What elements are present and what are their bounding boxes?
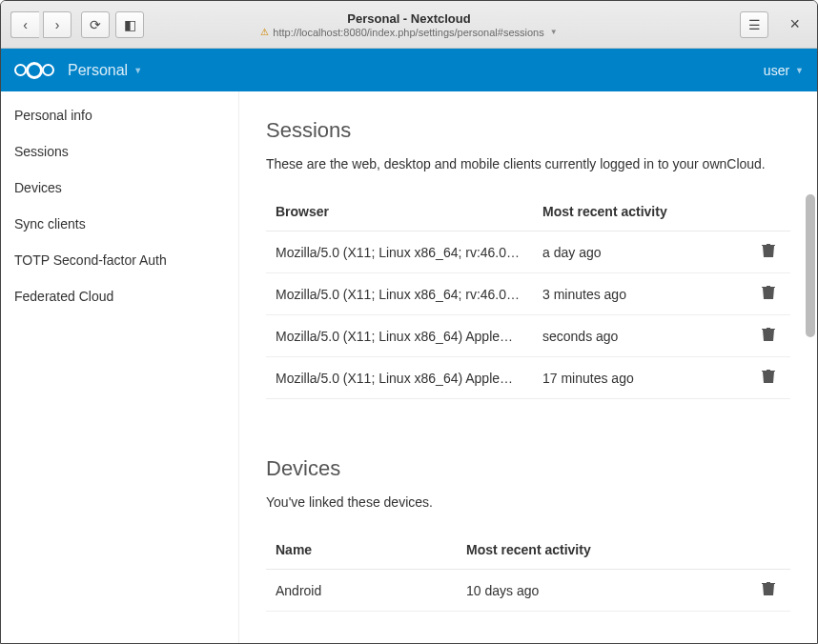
trash-icon (762, 329, 775, 345)
logo-circle-icon (42, 64, 54, 76)
trash-icon (762, 245, 775, 261)
column-header-activity: Most recent activity (533, 192, 746, 231)
reload-icon: ⟳ (90, 17, 101, 32)
cell-activity: 10 days ago (457, 570, 746, 612)
home-button[interactable]: ◧ (115, 11, 144, 38)
table-row: Mozilla/5.0 (X11; Linux x86_64; rv:46.0)… (266, 273, 790, 315)
cell-activity: seconds ago (533, 315, 746, 357)
devices-table: Name Most recent activity Android10 days… (266, 531, 790, 612)
url-bar[interactable]: ⚠ http://localhost:8080/index.php/settin… (260, 27, 557, 38)
table-row: Mozilla/5.0 (X11; Linux x86_64) AppleWeb… (266, 315, 790, 357)
table-row: Android10 days ago (266, 570, 790, 612)
delete-session-button[interactable] (762, 287, 775, 303)
app-selector[interactable]: Personal ▼ (68, 62, 142, 79)
table-row: Mozilla/5.0 (X11; Linux x86_64; rv:46.0)… (266, 231, 790, 273)
right-controls: ☰ × (740, 11, 808, 38)
cell-activity: a day ago (533, 231, 746, 273)
chevron-down-icon: ▼ (550, 28, 558, 36)
home-icon: ◧ (124, 17, 136, 32)
sidebar-item-personal-info[interactable]: Personal info (1, 97, 238, 133)
reload-button[interactable]: ⟳ (81, 11, 110, 38)
user-label: user (764, 63, 789, 78)
nextcloud-logo[interactable] (14, 62, 54, 79)
app-body: Personal info Sessions Devices Sync clie… (1, 91, 817, 643)
browser-toolbar: ‹ › ⟳ ◧ Personal - Nextcloud ⚠ http://lo… (1, 1, 817, 49)
insecure-icon: ⚠ (260, 27, 269, 37)
sidebar-item-label: Devices (14, 180, 62, 195)
scrollbar[interactable] (804, 194, 817, 366)
logo-circle-icon (26, 62, 43, 79)
back-button[interactable]: ‹ (10, 11, 39, 38)
column-header-activity: Most recent activity (457, 531, 746, 570)
sidebar-item-label: Sync clients (14, 216, 86, 231)
forward-button[interactable]: › (43, 11, 72, 38)
title-area: Personal - Nextcloud ⚠ http://localhost:… (260, 11, 557, 38)
close-icon: × (789, 14, 800, 33)
sessions-description: These are the web, desktop and mobile cl… (266, 156, 790, 171)
cell-name: Android (266, 570, 457, 612)
sidebar-item-label: TOTP Second-factor Auth (14, 252, 167, 268)
devices-description: You've linked these devices. (266, 494, 790, 510)
app-name-label: Personal (68, 62, 128, 79)
delete-session-button[interactable] (762, 371, 775, 387)
app-header: Personal ▼ user ▼ (1, 49, 817, 91)
column-header-action (746, 531, 790, 570)
delete-session-button[interactable] (762, 329, 775, 345)
sessions-heading: Sessions (266, 118, 790, 143)
content-area: Sessions These are the web, desktop and … (239, 91, 817, 643)
url-text: http://localhost:8080/index.php/settings… (273, 27, 543, 38)
cell-browser: Mozilla/5.0 (X11; Linux x86_64) AppleWeb… (266, 357, 533, 399)
sidebar: Personal info Sessions Devices Sync clie… (1, 91, 239, 643)
cell-browser: Mozilla/5.0 (X11; Linux x86_64) AppleWeb… (266, 315, 533, 357)
column-header-browser: Browser (266, 192, 533, 231)
cell-activity: 3 minutes ago (533, 273, 746, 315)
nav-button-group: ‹ › (10, 11, 72, 38)
trash-icon (762, 287, 775, 303)
column-header-action (746, 192, 790, 231)
devices-heading: Devices (266, 456, 790, 481)
chevron-right-icon: › (55, 17, 60, 32)
trash-icon (762, 583, 775, 599)
menu-button[interactable]: ☰ (740, 11, 768, 38)
caret-down-icon: ▼ (133, 66, 142, 75)
sidebar-item-sessions[interactable]: Sessions (1, 133, 238, 170)
table-row: Mozilla/5.0 (X11; Linux x86_64) AppleWeb… (266, 357, 790, 399)
cell-browser: Mozilla/5.0 (X11; Linux x86_64; rv:46.0)… (266, 231, 533, 273)
sidebar-item-sync-clients[interactable]: Sync clients (1, 206, 238, 242)
sessions-table: Browser Most recent activity Mozilla/5.0… (266, 192, 790, 399)
hamburger-icon: ☰ (748, 17, 761, 32)
close-button[interactable]: × (782, 14, 808, 34)
sidebar-item-label: Federated Cloud (14, 289, 113, 304)
delete-device-button[interactable] (762, 583, 775, 599)
window: ‹ › ⟳ ◧ Personal - Nextcloud ⚠ http://lo… (0, 0, 818, 644)
user-menu[interactable]: user ▼ (764, 63, 804, 78)
sidebar-item-devices[interactable]: Devices (1, 170, 238, 206)
chevron-left-icon: ‹ (23, 17, 28, 32)
trash-icon (762, 371, 775, 387)
sidebar-item-totp[interactable]: TOTP Second-factor Auth (1, 242, 238, 278)
sidebar-item-label: Sessions (14, 144, 69, 159)
delete-session-button[interactable] (762, 245, 775, 261)
sidebar-item-federated-cloud[interactable]: Federated Cloud (1, 278, 238, 314)
scrollbar-thumb[interactable] (806, 194, 815, 337)
cell-browser: Mozilla/5.0 (X11; Linux x86_64; rv:46.0)… (266, 273, 533, 315)
sidebar-item-label: Personal info (14, 108, 92, 123)
column-header-name: Name (266, 531, 457, 570)
page-title: Personal - Nextcloud (260, 11, 557, 26)
cell-activity: 17 minutes ago (533, 357, 746, 399)
caret-down-icon: ▼ (795, 66, 804, 75)
